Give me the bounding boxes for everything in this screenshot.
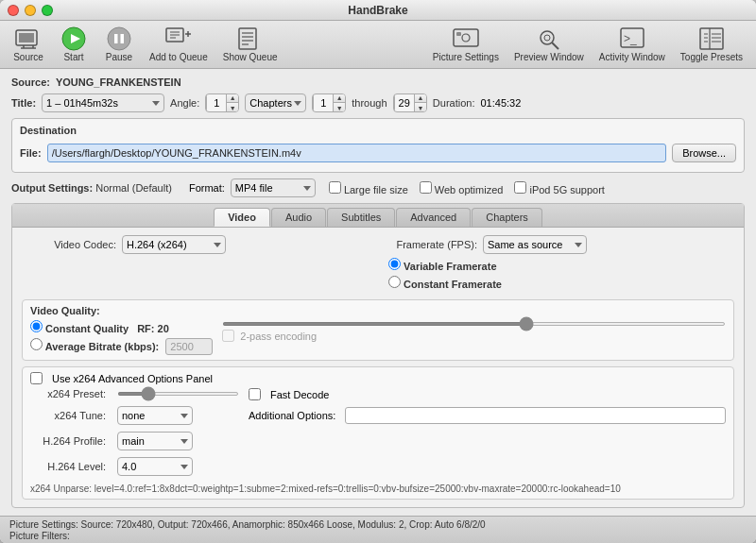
constant-quality-option: Constant Quality RF: 20 (30, 320, 213, 334)
destination-section: Destination File: Browse... (11, 118, 745, 173)
quality-section: Video Quality: Constant Quality RF: 20 (22, 299, 734, 361)
browse-button[interactable]: Browse... (672, 144, 736, 162)
x264-preset-slider[interactable] (117, 392, 239, 396)
toolbar-right: Picture Settings Preview Window >_ (427, 25, 748, 64)
quality-slider[interactable] (222, 322, 726, 326)
toggle-presets-button[interactable]: Toggle Presets (675, 25, 748, 64)
show-queue-label: Show Queue (223, 52, 278, 62)
fast-decode-row: Fast Decode (249, 388, 726, 400)
picture-settings-button[interactable]: Picture Settings (427, 25, 505, 64)
maximize-button[interactable] (42, 5, 53, 16)
output-preset: Normal (Default) (95, 182, 172, 194)
minimize-button[interactable] (25, 5, 36, 16)
svg-point-24 (541, 31, 554, 44)
svg-rect-23 (456, 32, 461, 36)
avg-bitrate-input[interactable] (165, 338, 213, 355)
pause-button[interactable]: Pause (98, 25, 140, 64)
chapter-start-stepper[interactable]: 1 ▲ ▼ (312, 93, 346, 112)
chapter-end-increment[interactable]: ▲ (415, 93, 426, 103)
h264-level-select[interactable]: 4.0 (117, 457, 193, 476)
additional-options-label: Additional Options: (249, 410, 335, 421)
tab-chapters[interactable]: Chapters (472, 208, 542, 227)
ipod-support-checkbox[interactable] (514, 181, 526, 194)
tab-advanced[interactable]: Advanced (396, 208, 471, 227)
two-pass-checkbox[interactable] (222, 330, 234, 342)
toggle-presets-label: Toggle Presets (680, 52, 743, 62)
quality-header-row: Video Quality: (30, 305, 726, 316)
variable-framerate-label: Variable Framerate (388, 258, 497, 272)
codec-select[interactable]: H.264 (x264) (122, 235, 226, 254)
svg-point-26 (544, 35, 550, 41)
chapter-end-value: 29 (394, 93, 415, 112)
h264-profile-select[interactable]: main (117, 432, 193, 450)
toolbar: Source Start Pause (0, 21, 756, 69)
codec-row: Video Codec: H.264 (x264) (22, 235, 373, 254)
additional-options-input[interactable] (345, 407, 726, 424)
chapter-start-increment[interactable]: ▲ (334, 93, 345, 103)
activity-window-button[interactable]: >_ Activity Window (593, 25, 671, 64)
tab-audio[interactable]: Audio (271, 208, 326, 227)
svg-rect-16 (239, 28, 256, 49)
add-to-queue-label: Add to Queue (149, 52, 208, 62)
chapter-start-value: 1 (313, 93, 334, 112)
add-to-queue-button[interactable]: Add to Queue (144, 25, 214, 64)
chapter-start-decrement[interactable]: ▼ (334, 103, 345, 112)
format-label: Format: (189, 182, 225, 194)
angle-increment[interactable]: ▲ (227, 93, 238, 103)
source-button[interactable]: Source (8, 25, 49, 64)
variable-framerate-row: Variable Framerate (388, 258, 734, 272)
x264-tune-row: x264 Tune: none (30, 406, 239, 425)
svg-point-22 (462, 34, 470, 42)
video-top-row: Video Codec: H.264 (x264) Framerate (FPS… (22, 235, 734, 294)
variable-framerate-radio[interactable] (388, 258, 401, 270)
x264-tune-label: x264 Tune: (30, 410, 106, 421)
title-row: Title: 1 – 01h45m32s Angle: 1 ▲ ▼ Chapte… (11, 93, 745, 112)
file-row: File: Browse... (20, 140, 736, 166)
tabs-header: Video Audio Subtitles Advanced Chapters (12, 204, 744, 228)
svg-text:>_: >_ (624, 32, 637, 45)
avg-bitrate-radio[interactable] (30, 338, 43, 350)
source-row: Source: YOUNG_FRANKENSTEIN (11, 76, 745, 88)
show-queue-button[interactable]: Show Queue (217, 25, 284, 64)
format-select[interactable]: MP4 file (231, 178, 316, 197)
h264-profile-label: H.264 Profile: (30, 435, 106, 447)
web-optimized-checkbox[interactable] (420, 181, 432, 194)
constant-framerate-radio[interactable] (388, 276, 401, 288)
window-controls (8, 5, 53, 16)
show-queue-icon (235, 26, 266, 51)
pause-icon (104, 26, 134, 51)
close-button[interactable] (8, 5, 19, 16)
tab-subtitles[interactable]: Subtitles (327, 208, 395, 227)
preview-window-button[interactable]: Preview Window (508, 25, 590, 64)
tabs-container: Video Audio Subtitles Advanced Chapters … (11, 203, 745, 508)
x264-advanced-checkbox[interactable] (30, 372, 43, 384)
large-file-checkbox[interactable] (329, 181, 341, 194)
chapters-type-select[interactable]: Chapters (245, 93, 306, 112)
fast-decode-checkbox[interactable] (249, 388, 261, 400)
svg-line-25 (552, 42, 558, 49)
codec-label: Video Codec: (22, 239, 116, 250)
output-settings-label: Output Settings: Normal (Default) (11, 182, 172, 194)
x264-preset-label: x264 Preset: (30, 388, 106, 399)
title-select[interactable]: 1 – 01h45m32s (42, 93, 164, 112)
rf-label: RF: (137, 323, 154, 334)
svg-rect-29 (700, 28, 723, 49)
framerate-select[interactable]: Same as source (483, 235, 587, 254)
angle-stepper[interactable]: 1 ▲ ▼ (205, 93, 239, 112)
fast-decode-label: Fast Decode (270, 389, 329, 400)
title-label: Title: (11, 97, 36, 109)
chapter-end-decrement[interactable]: ▼ (415, 103, 426, 112)
video-left-col: Video Codec: H.264 (x264) (22, 235, 373, 294)
video-tab-content: Video Codec: H.264 (x264) Framerate (FPS… (12, 228, 744, 507)
tab-video[interactable]: Video (214, 208, 270, 227)
file-input[interactable] (47, 144, 667, 162)
pause-label: Pause (106, 52, 132, 62)
start-button[interactable]: Start (53, 25, 94, 64)
titlebar: HandBrake (0, 0, 756, 21)
activity-window-icon: >_ (617, 26, 647, 51)
chapter-end-stepper[interactable]: 29 ▲ ▼ (393, 93, 427, 112)
angle-decrement[interactable]: ▼ (227, 103, 238, 112)
x264-tune-select[interactable]: none (117, 406, 193, 425)
file-input-wrap (47, 144, 667, 162)
constant-quality-radio[interactable] (30, 320, 43, 332)
